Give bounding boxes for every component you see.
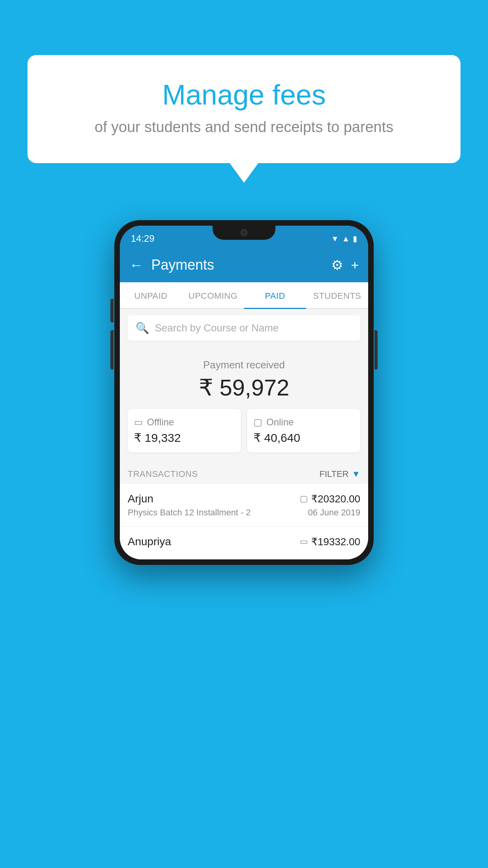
filter-label: FILTER: [319, 469, 349, 479]
filter-icon: ▼: [352, 469, 360, 479]
phone-inner: 14:29 ▼ ▲ ▮ ← Payments ⚙ + UNPAID: [120, 226, 368, 559]
transaction-card-icon-2: ▭: [300, 537, 308, 547]
payment-total-amount: ₹ 59,972: [128, 374, 360, 401]
transaction-amount-row-1: ▢ ₹20320.00: [300, 493, 360, 505]
phone-outer: 14:29 ▼ ▲ ▮ ← Payments ⚙ + UNPAID: [114, 220, 374, 565]
offline-icon: ▭: [134, 417, 143, 428]
settings-button[interactable]: ⚙: [331, 257, 343, 273]
signal-icon: ▲: [342, 234, 350, 243]
add-button[interactable]: +: [351, 257, 359, 273]
search-box[interactable]: 🔍 Search by Course or Name: [128, 315, 360, 341]
volume-up-button[interactable]: [110, 299, 114, 322]
transaction-amount-2: ₹19332.00: [311, 536, 360, 548]
transaction-amount-1: ₹20320.00: [311, 493, 360, 505]
transaction-name-1: Arjun: [128, 493, 153, 505]
tabs: UNPAID UPCOMING PAID STUDENTS: [120, 282, 368, 309]
phone-notch: [213, 226, 275, 240]
transaction-top-1: Arjun ▢ ₹20320.00: [128, 493, 360, 505]
tab-students[interactable]: STUDENTS: [306, 282, 368, 308]
tab-upcoming[interactable]: UPCOMING: [182, 282, 244, 308]
offline-amount: ₹ 19,332: [134, 431, 235, 445]
phone-screen: 14:29 ▼ ▲ ▮ ← Payments ⚙ + UNPAID: [120, 226, 368, 559]
offline-card: ▭ Offline ₹ 19,332: [128, 409, 241, 452]
phone-wrapper: 14:29 ▼ ▲ ▮ ← Payments ⚙ + UNPAID: [114, 220, 374, 565]
transaction-row[interactable]: Arjun ▢ ₹20320.00 Physics Batch 12 Insta…: [120, 484, 368, 527]
status-time: 14:29: [131, 233, 154, 244]
payment-cards: ▭ Offline ₹ 19,332 ▢ Online ₹ 40,640: [128, 409, 360, 452]
search-container: 🔍 Search by Course or Name: [120, 309, 368, 347]
transaction-date-1: 06 June 2019: [308, 508, 360, 518]
online-amount: ₹ 40,640: [253, 431, 354, 445]
status-icons: ▼ ▲ ▮: [331, 234, 357, 243]
volume-down-button[interactable]: [110, 330, 114, 362]
speech-bubble-container: Manage fees of your students and send re…: [28, 55, 460, 163]
offline-label: Offline: [147, 417, 174, 428]
tab-unpaid[interactable]: UNPAID: [120, 282, 182, 308]
app-bar: ← Payments ⚙ +: [120, 248, 368, 282]
back-button[interactable]: ←: [129, 257, 143, 273]
online-icon: ▢: [253, 417, 262, 428]
search-icon: 🔍: [136, 322, 149, 335]
online-card-header: ▢ Online: [253, 417, 354, 428]
transaction-row[interactable]: Anupriya ▭ ₹19332.00: [120, 527, 368, 559]
search-placeholder: Search by Course or Name: [155, 322, 279, 334]
transactions-header: TRANSACTIONS FILTER ▼: [120, 462, 368, 484]
wifi-icon: ▼: [331, 234, 339, 243]
transaction-name-2: Anupriya: [128, 535, 171, 548]
front-camera: [240, 229, 248, 236]
payment-received-label: Payment received: [128, 359, 360, 371]
transaction-top-2: Anupriya ▭ ₹19332.00: [128, 535, 360, 548]
transaction-desc-1: Physics Batch 12 Installment - 2: [128, 508, 251, 518]
app-title: Payments: [151, 257, 323, 273]
speech-bubble: Manage fees of your students and send re…: [28, 55, 460, 163]
bubble-title: Manage fees: [59, 79, 429, 111]
battery-icon: ▮: [353, 234, 357, 243]
online-label: Online: [266, 417, 294, 428]
offline-card-header: ▭ Offline: [134, 417, 235, 428]
filter-button[interactable]: FILTER ▼: [319, 469, 360, 479]
transaction-amount-row-2: ▭ ₹19332.00: [300, 536, 360, 548]
online-card: ▢ Online ₹ 40,640: [247, 409, 360, 452]
transaction-bottom-1: Physics Batch 12 Installment - 2 06 June…: [128, 508, 360, 518]
bubble-subtitle: of your students and send receipts to pa…: [59, 119, 429, 136]
transaction-card-icon-1: ▢: [300, 494, 308, 504]
tab-paid[interactable]: PAID: [244, 282, 306, 308]
payment-summary: Payment received ₹ 59,972 ▭ Offline ₹ 19…: [120, 347, 368, 462]
transactions-label: TRANSACTIONS: [128, 469, 198, 479]
